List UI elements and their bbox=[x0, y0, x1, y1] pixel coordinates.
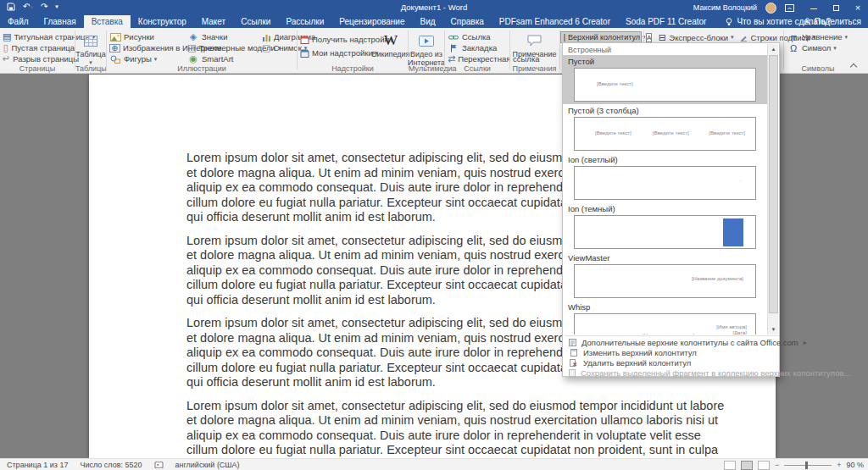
menu-item-edit-header[interactable]: Изменить верхний колонтитул bbox=[563, 347, 779, 357]
blank-page-button[interactable]: ▯Пустая страница bbox=[0, 42, 75, 53]
tab-home[interactable]: Главная bbox=[36, 15, 84, 28]
edit-header-icon bbox=[569, 349, 578, 357]
zoom-slider[interactable] bbox=[784, 465, 832, 466]
symbol-button[interactable]: ΩСимвол▾ bbox=[785, 42, 851, 53]
tab-insert[interactable]: Вставка bbox=[84, 15, 131, 28]
web-layout-icon[interactable] bbox=[758, 461, 770, 470]
quick-parts-button[interactable]: ⊟Экспресс-блоки▾ bbox=[655, 32, 733, 42]
scrollbar-thumb[interactable] bbox=[769, 55, 778, 313]
account-name[interactable]: Максим Волоцкий bbox=[693, 3, 757, 12]
language-indicator[interactable]: английский (США) bbox=[175, 461, 240, 469]
tab-design[interactable]: Конструктор bbox=[131, 15, 194, 28]
get-addins-button[interactable]: Получить надстройки bbox=[298, 34, 376, 45]
online-pictures-button[interactable]: Изображения в Интернете bbox=[107, 42, 185, 53]
cross-reference-button[interactable]: ⇄Перекрестная ссылка bbox=[445, 53, 509, 64]
read-mode-icon[interactable] bbox=[724, 461, 736, 470]
zoom-level[interactable]: 90 % bbox=[846, 461, 864, 469]
link-icon bbox=[448, 34, 459, 41]
header-style-blank[interactable]: Пустой [Введите текст] bbox=[563, 55, 768, 104]
ribbon-display-options-icon[interactable] bbox=[785, 4, 798, 12]
header-style-ion-dark[interactable]: Ion (темный) bbox=[563, 202, 768, 252]
bookmark-icon bbox=[448, 44, 459, 53]
bookmark-button[interactable]: Закладка bbox=[445, 42, 509, 53]
shapes-button[interactable]: Фигуры▾ bbox=[107, 53, 185, 64]
pictures-icon bbox=[109, 33, 121, 41]
status-bar: Страница 1 из 17 Число слов: 5520 англий… bbox=[0, 458, 868, 470]
text-line: cillum dolore eu fugiat nulla pariatur. … bbox=[186, 443, 724, 458]
group-comments: Примечание Примечания bbox=[510, 28, 559, 74]
header-button[interactable]: Верхний колонтитул▾ bbox=[560, 31, 642, 43]
word-window: ↶▾ ↷ ▾ Документ1 - Word Максим Волоцкий … bbox=[0, 0, 868, 470]
text-line: aliquip ex ea commodo consequat. Duis au… bbox=[186, 429, 724, 444]
text-line: et dolore magna aliqua. Ut enim ad minim… bbox=[186, 413, 724, 429]
menu-item-more-headers-office[interactable]: Дополнительные верхние колонтитулы с сай… bbox=[563, 337, 779, 347]
header-icon bbox=[564, 34, 565, 41]
cover-page-icon: ▤ bbox=[3, 31, 11, 42]
word-count[interactable]: Число слов: 5520 bbox=[80, 461, 142, 469]
textbox-icon[interactable]: A bbox=[646, 33, 652, 42]
screenshot-button[interactable]: ▢Снимок▾ bbox=[259, 42, 297, 53]
group-symbols: πУравнение▾ ΩСимвол▾ Символы bbox=[785, 28, 851, 74]
tab-help[interactable]: Справка bbox=[443, 15, 492, 28]
tab-soda-pdf[interactable]: Soda PDF 11 Creator bbox=[618, 15, 714, 28]
header-style-ion-light[interactable]: Ion (светлый) · bbox=[563, 153, 768, 202]
header-style-whisp[interactable]: Whisp [Название документа] [Имя автора] … bbox=[563, 301, 768, 335]
paragraph[interactable]: Lorem ipsum dolor sit amet, consectetur … bbox=[186, 399, 724, 459]
tab-pdfsam[interactable]: PDFsam Enhanced 6 Creator bbox=[492, 15, 618, 28]
scrollbar-up-icon[interactable]: ▲ bbox=[768, 44, 779, 54]
print-layout-icon[interactable] bbox=[741, 461, 753, 470]
icons-button[interactable]: ◈Значки bbox=[185, 31, 259, 42]
page-indicator[interactable]: Страница 1 из 17 bbox=[7, 461, 68, 469]
pictures-button[interactable]: Рисунки bbox=[107, 31, 185, 42]
shapes-icon bbox=[109, 55, 121, 64]
online-pictures-icon bbox=[109, 44, 120, 53]
zoom-in-button[interactable]: + bbox=[837, 461, 841, 469]
tab-file[interactable]: Файл bbox=[0, 15, 36, 28]
my-addins-button[interactable]: Мои надстройки▾ bbox=[298, 47, 376, 58]
chart-button[interactable]: Диаграмма bbox=[259, 31, 297, 42]
lightbulb-icon bbox=[726, 18, 732, 26]
minimize-button[interactable] bbox=[807, 1, 821, 14]
tab-references[interactable]: Ссылки bbox=[233, 15, 278, 28]
avatar[interactable] bbox=[765, 3, 776, 14]
delete-header-icon bbox=[569, 359, 578, 367]
tab-review[interactable]: Рецензирование bbox=[331, 15, 412, 28]
header-preview: · bbox=[574, 166, 756, 200]
tab-mailings[interactable]: Рассылки bbox=[278, 15, 331, 28]
page-break-button[interactable]: ↵Разрыв страницы bbox=[0, 53, 75, 64]
smartart-button[interactable]: ◉SmartArt bbox=[185, 53, 259, 64]
group-addins: Получить надстройки Мои надстройки▾ W Ви… bbox=[298, 28, 408, 74]
link-button[interactable]: Ссылка bbox=[445, 31, 509, 42]
zoom-out-button[interactable]: − bbox=[775, 461, 779, 469]
blank-page-icon: ▯ bbox=[3, 42, 9, 53]
header-preview: [Название документа] [Имя автора] [Дата] bbox=[574, 313, 756, 335]
zoom-slider-thumb[interactable] bbox=[805, 462, 808, 469]
close-button[interactable]: × bbox=[851, 1, 865, 14]
scrollbar-down-icon[interactable]: ▼ bbox=[768, 324, 779, 335]
equation-button[interactable]: πУравнение▾ bbox=[785, 31, 851, 42]
collapse-ribbon-icon[interactable] bbox=[850, 63, 856, 69]
ribbon-tab-bar: Файл Главная Вставка Конструктор Макет С… bbox=[0, 15, 868, 28]
title-bar: ↶▾ ↷ ▾ Документ1 - Word Максим Волоцкий … bbox=[0, 0, 868, 15]
gallery-section-label: Встроенный bbox=[563, 43, 779, 56]
maximize-button[interactable] bbox=[829, 1, 843, 14]
proofing-errors-icon[interactable] bbox=[154, 462, 164, 469]
3d-models-button[interactable]: ◳Трехмерные модели▾ bbox=[185, 42, 259, 53]
cover-page-button[interactable]: ▤Титульная страница▾ bbox=[0, 31, 75, 42]
tab-view[interactable]: Вид bbox=[413, 15, 443, 28]
cross-reference-icon: ⇄ bbox=[448, 53, 455, 64]
header-style-blank-3col[interactable]: Пустой (3 столбца) [Введите текст] [Введ… bbox=[563, 104, 768, 153]
share-button[interactable]: Поделиться bbox=[804, 15, 861, 28]
tab-layout[interactable]: Макет bbox=[194, 15, 233, 28]
equation-icon: π bbox=[787, 32, 799, 42]
header-style-viewmaster[interactable]: ViewMaster [Название документа] bbox=[563, 252, 768, 301]
header-preview: [Введите текст] bbox=[574, 68, 756, 102]
online-video-icon bbox=[419, 31, 434, 50]
group-divider bbox=[783, 30, 784, 69]
header-gallery-dropdown: Встроенный Пустой [Введите текст] Пустой… bbox=[562, 42, 780, 377]
table-icon bbox=[84, 31, 97, 50]
group-illustrations: Рисунки Изображения в Интернете Фигуры▾ … bbox=[107, 28, 297, 74]
wikipedia-icon: W bbox=[384, 31, 398, 50]
gallery-scrollbar[interactable]: ▲ ▼ bbox=[767, 44, 778, 335]
menu-item-delete-header[interactable]: Удалить верхний колонтитул bbox=[563, 357, 779, 368]
